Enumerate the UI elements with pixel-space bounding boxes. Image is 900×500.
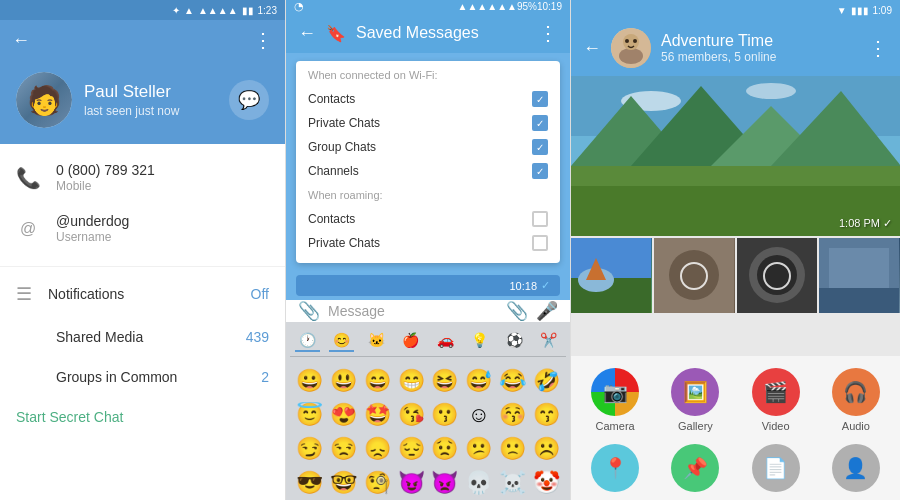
emoji-31[interactable]: ☠️ [497,467,529,499]
signal-icon-2: ▲▲▲▲ [477,1,517,12]
smileys-tab[interactable]: 😊 [329,330,354,352]
contacts-roaming-row[interactable]: Contacts [308,207,548,231]
signal-icon: ▲▲▲▲ [198,5,238,16]
back-button-2[interactable]: ← [298,23,316,44]
emoji-32[interactable]: 🤡 [530,467,562,499]
emoji-21[interactable]: 😟 [429,433,461,465]
message-placeholder[interactable]: Message [328,303,498,319]
more-menu-button-3[interactable]: ⋮ [868,36,888,60]
emoji-29[interactable]: 👿 [429,467,461,499]
emoji-10[interactable]: 😍 [328,399,360,431]
microphone-icon[interactable]: 🎤 [536,300,558,322]
shared-media-row[interactable]: Shared Media 439 [0,317,285,357]
emoji-16[interactable]: 😙 [530,399,562,431]
emoji-27[interactable]: 🧐 [362,467,394,499]
emoji-3[interactable]: 😄 [362,365,394,397]
media-thumb-4[interactable] [819,238,900,313]
read-tick-icon: ✓ [541,279,550,292]
media-thumb-2[interactable] [654,238,735,313]
emoji-22[interactable]: 😕 [463,433,495,465]
emoji-9[interactable]: 😇 [294,399,326,431]
emoji-19[interactable]: 😞 [362,433,394,465]
hero-timestamp: 1:08 PM ✓ [839,217,892,230]
notifications-row[interactable]: ☰ Notifications Off [0,271,285,317]
secret-chat-button[interactable]: Start Secret Chat [0,397,285,437]
app-icon: ◔ [294,0,304,13]
contact-details: 📞 0 (800) 789 321 Mobile @ @underdog Use… [0,144,285,262]
message-fab-button[interactable]: 💬 [229,80,269,120]
location-icon: 📍 [591,444,639,492]
emoji-26[interactable]: 🤓 [328,467,360,499]
private-chats-sync-row[interactable]: Private Chats ✓ [308,111,548,135]
document-action[interactable]: 📄 [740,444,812,492]
emoji-7[interactable]: 😂 [497,365,529,397]
activities-tab[interactable]: ⚽ [502,330,527,352]
contact-action[interactable]: 👤 [820,444,892,492]
private-chats-sync-checkbox[interactable]: ✓ [532,115,548,131]
time-display-2: 10:19 [537,1,562,12]
private-chats-roaming-checkbox[interactable] [532,235,548,251]
more-menu-button[interactable]: ⋮ [253,28,273,52]
emoji-6[interactable]: 😅 [463,365,495,397]
group-chats-sync-label: Group Chats [308,140,376,154]
channels-sync-row[interactable]: Channels ✓ [308,159,548,183]
group-chats-sync-checkbox[interactable]: ✓ [532,139,548,155]
travel-tab[interactable]: 🚗 [433,330,458,352]
groups-in-common-row[interactable]: Groups in Common 2 [0,357,285,397]
wifi-icon-2: ▲▲ [458,1,478,12]
channels-sync-label: Channels [308,164,359,178]
emoji-14[interactable]: ☺️ [463,399,495,431]
emoji-2[interactable]: 😃 [328,365,360,397]
delete-tab[interactable]: ✂️ [536,330,561,352]
attachment-icon[interactable]: 📎 [506,300,528,322]
more-menu-button-2[interactable]: ⋮ [538,21,558,45]
objects-tab[interactable]: 💡 [467,330,492,352]
bottom-action-icons: 📍 📌 📄 👤 [571,440,900,500]
message-timestamp: 10:18 [509,280,537,292]
location-action[interactable]: 📍 [579,444,651,492]
emoji-4[interactable]: 😁 [395,365,427,397]
emoji-11[interactable]: 🤩 [362,399,394,431]
contacts-sync-row[interactable]: Contacts ✓ [308,87,548,111]
media-grid [571,238,900,313]
group-chats-sync-row[interactable]: Group Chats ✓ [308,135,548,159]
private-chats-roaming-row[interactable]: Private Chats [308,231,548,255]
media-thumb-3[interactable] [737,238,818,313]
media-thumb-1[interactable] [571,238,652,313]
emoji-1[interactable]: 😀 [294,365,326,397]
emoji-25[interactable]: 😎 [294,467,326,499]
emoji-8[interactable]: 🤣 [530,365,562,397]
video-action[interactable]: 🎬 Video [740,368,812,432]
audio-action[interactable]: 🎧 Audio [820,368,892,432]
emoji-17[interactable]: 😏 [294,433,326,465]
emoji-28[interactable]: 😈 [395,467,427,499]
back-button-3[interactable]: ← [583,38,601,59]
status-bar-3: ▼ ▮▮▮ 1:09 [571,0,900,20]
bluetooth-icon: ✦ [172,5,180,16]
emoji-13[interactable]: 😗 [429,399,461,431]
gallery-action[interactable]: 🖼️ Gallery [659,368,731,432]
emoji-15[interactable]: 😚 [497,399,529,431]
camera-action[interactable]: 📷 Camera [579,368,651,432]
back-button[interactable]: ← [12,30,30,51]
username-value: @underdog [56,213,129,229]
emoji-23[interactable]: 🙁 [497,433,529,465]
contacts-sync-checkbox[interactable]: ✓ [532,91,548,107]
emoji-12[interactable]: 😘 [395,399,427,431]
animals-tab[interactable]: 🐱 [364,330,389,352]
group-avatar [611,28,651,68]
emoji-18[interactable]: 😒 [328,433,360,465]
emoji-20[interactable]: 😔 [395,433,427,465]
recent-tab[interactable]: 🕐 [295,330,320,352]
shared-media-value: 439 [246,329,269,345]
contacts-roaming-checkbox[interactable] [532,211,548,227]
emoji-24[interactable]: ☹️ [530,433,562,465]
emoji-5[interactable]: 😆 [429,365,461,397]
bookmark-icon: 🔖 [326,24,346,43]
svg-rect-26 [829,248,889,288]
food-tab[interactable]: 🍎 [398,330,423,352]
emoji-30[interactable]: 💀 [463,467,495,499]
channels-sync-checkbox[interactable]: ✓ [532,163,548,179]
pin-action[interactable]: 📌 [659,444,731,492]
panel-adventure-time: ▼ ▮▮▮ 1:09 ← Adventure Time 56 members, … [570,0,900,500]
